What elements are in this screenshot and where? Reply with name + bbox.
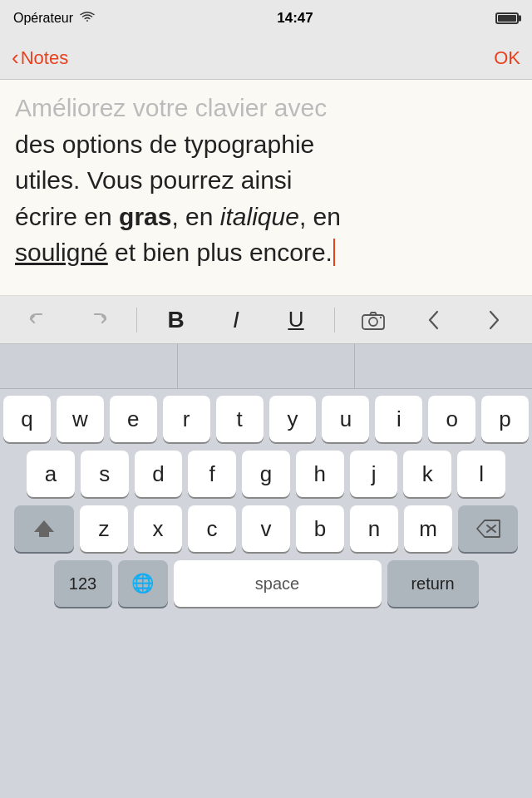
num-label: 123	[69, 574, 96, 594]
text-line3-part2: , en	[171, 203, 219, 230]
key-h[interactable]: h	[296, 451, 344, 497]
return-button[interactable]: return	[387, 560, 479, 607]
nav-bar: ‹ Notes OK	[0, 37, 532, 80]
text-line2: utiles. Vous pourrez ainsi	[15, 166, 293, 194]
keyboard-row-3: z x c v b n m	[3, 505, 529, 552]
battery-icon	[495, 12, 519, 24]
underline-button[interactable]: U	[274, 303, 318, 337]
back-button[interactable]: ‹ Notes	[12, 47, 68, 69]
candidate-bar	[0, 344, 532, 389]
redo-button[interactable]	[76, 303, 120, 337]
text-italic: italique	[220, 203, 299, 230]
candidate-2[interactable]	[178, 344, 356, 388]
back-label: Notes	[21, 47, 68, 69]
key-k[interactable]: k	[403, 451, 451, 497]
text-bold: gras	[119, 203, 171, 230]
key-b[interactable]: b	[296, 505, 344, 552]
text-line1: des options de typographie	[15, 131, 314, 158]
carrier-text: Opérateur	[13, 11, 73, 26]
key-n[interactable]: n	[350, 505, 398, 552]
keyboard-row-1: q w e r t y u i o p	[3, 396, 529, 442]
shift-button[interactable]	[14, 505, 74, 552]
keyboard-row-2: a s d f g h j k l	[3, 451, 529, 497]
undo-button[interactable]	[17, 303, 60, 337]
bold-button[interactable]: B	[155, 303, 198, 337]
space-button[interactable]: space	[174, 560, 382, 607]
text-line3-part3: , en	[299, 203, 341, 230]
format-toolbar: B I U	[0, 296, 532, 344]
key-f[interactable]: f	[188, 451, 236, 497]
key-u[interactable]: u	[322, 396, 369, 442]
svg-point-1	[369, 318, 377, 326]
key-m[interactable]: m	[404, 505, 452, 552]
globe-icon: 🌐	[131, 573, 154, 594]
camera-button[interactable]	[352, 303, 395, 337]
key-c[interactable]: c	[188, 505, 236, 552]
key-s[interactable]: s	[81, 451, 129, 497]
text-line3-part1: écrire en	[15, 203, 119, 230]
key-j[interactable]: j	[350, 451, 398, 497]
num-button[interactable]: 123	[54, 560, 112, 607]
ok-button[interactable]: OK	[494, 47, 520, 69]
text-cursor	[333, 239, 335, 266]
chevron-right-button[interactable]	[472, 303, 515, 337]
key-w[interactable]: w	[57, 396, 104, 442]
back-chevron-icon: ‹	[12, 47, 19, 68]
key-v[interactable]: v	[242, 505, 290, 552]
key-d[interactable]: d	[135, 451, 183, 497]
wifi-icon	[80, 11, 95, 26]
status-battery	[495, 12, 519, 24]
keyboard-row-4: 123 🌐 space return	[3, 560, 529, 607]
candidate-1[interactable]	[0, 344, 178, 388]
key-a[interactable]: a	[27, 451, 75, 497]
key-l[interactable]: l	[457, 451, 505, 497]
backspace-button[interactable]	[458, 505, 518, 552]
key-i[interactable]: i	[375, 396, 422, 442]
candidate-3[interactable]	[355, 344, 532, 388]
status-time: 14:47	[277, 10, 313, 27]
key-e[interactable]: e	[110, 396, 157, 442]
status-carrier: Opérateur	[13, 11, 95, 26]
space-label: space	[255, 574, 299, 594]
toolbar-sep-2	[334, 308, 335, 332]
key-g[interactable]: g	[242, 451, 290, 497]
key-o[interactable]: o	[428, 396, 475, 442]
toolbar-sep-1	[136, 308, 137, 332]
key-y[interactable]: y	[269, 396, 317, 442]
key-z[interactable]: z	[80, 505, 128, 552]
svg-point-2	[380, 316, 382, 318]
text-underline: souligné	[15, 239, 108, 266]
italic-button[interactable]: I	[214, 303, 258, 337]
text-area[interactable]: Améliorez votre clavier avec des options…	[0, 80, 532, 296]
key-x[interactable]: x	[134, 505, 182, 552]
faded-text: Améliorez votre clavier avec	[15, 90, 517, 126]
status-bar: Opérateur 14:47	[0, 0, 532, 37]
key-q[interactable]: q	[3, 396, 51, 442]
key-r[interactable]: r	[163, 396, 210, 442]
keyboard-area: q w e r t y u i o p a s d f g h j k l	[0, 389, 532, 618]
text-line4-rest: et bien plus encore.	[108, 239, 332, 266]
chevron-left-button[interactable]	[412, 303, 456, 337]
key-t[interactable]: t	[216, 396, 264, 442]
main-text: des options de typographie utiles. Vous …	[15, 126, 517, 271]
key-p[interactable]: p	[481, 396, 529, 442]
keyboard: q w e r t y u i o p a s d f g h j k l	[0, 389, 532, 618]
return-label: return	[411, 574, 454, 594]
globe-button[interactable]: 🌐	[118, 560, 168, 607]
